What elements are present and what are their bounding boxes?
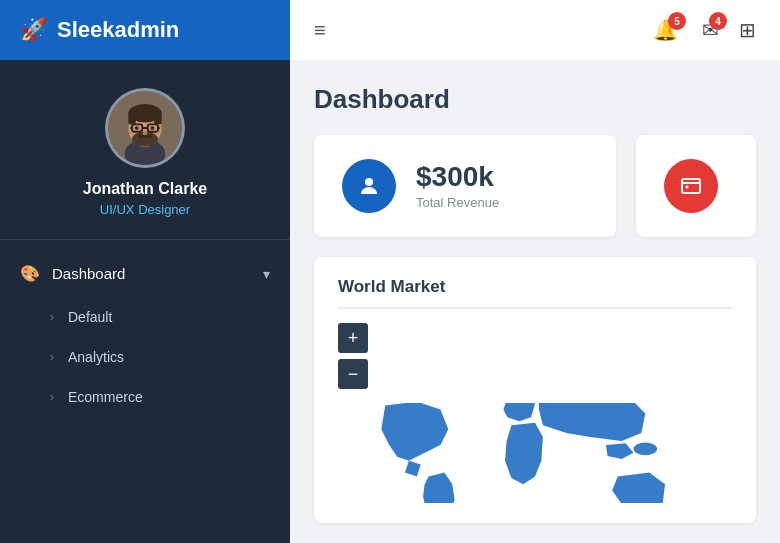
map-zoom-in-button[interactable]: + xyxy=(338,323,368,353)
sidebar-item-analytics[interactable]: › Analytics xyxy=(0,337,290,377)
map-zoom-out-button[interactable]: − xyxy=(338,359,368,389)
menu-icon[interactable]: ≡ xyxy=(314,19,326,42)
sidebar-profile: Jonathan Clarke UI/UX Designer xyxy=(0,60,290,240)
world-market-card: World Market + − xyxy=(314,257,756,523)
logo-icon: 🚀 xyxy=(20,17,47,43)
notifications-button[interactable]: 🔔 5 xyxy=(653,18,678,42)
sidebar-item-ecommerce[interactable]: › Ecommerce xyxy=(0,377,290,417)
map-area xyxy=(338,403,732,503)
chevron-right-icon: › xyxy=(50,310,54,324)
sidebar-item-default-label: Default xyxy=(68,309,112,325)
main-area: ≡ 🔔 5 ✉ 4 ⊞ Dashboard $300k xyxy=(290,0,780,543)
profile-name: Jonathan Clarke xyxy=(83,180,207,198)
svg-point-21 xyxy=(633,443,657,456)
logo-text: Sleekadmin xyxy=(57,17,179,43)
messages-button[interactable]: ✉ 4 xyxy=(702,18,719,42)
stat-card-orders xyxy=(636,135,756,237)
revenue-icon-circle xyxy=(342,159,396,213)
svg-rect-6 xyxy=(154,111,161,124)
svg-rect-5 xyxy=(128,111,135,124)
chevron-down-icon: ▾ xyxy=(263,266,270,282)
stat-info-revenue: $300k Total Revenue xyxy=(416,162,499,211)
svg-point-16 xyxy=(138,134,145,138)
sidebar-item-ecommerce-label: Ecommerce xyxy=(68,389,143,405)
sidebar-logo: 🚀 Sleekadmin xyxy=(0,0,290,60)
chevron-right-icon: › xyxy=(50,390,54,404)
svg-point-17 xyxy=(145,134,152,138)
logo-brand-regular: Sleek xyxy=(57,17,115,42)
svg-point-20 xyxy=(686,186,689,189)
world-market-title: World Market xyxy=(338,277,732,309)
sidebar-item-default[interactable]: › Default xyxy=(0,297,290,337)
revenue-label: Total Revenue xyxy=(416,195,499,210)
dashboard-icon: 🎨 xyxy=(20,264,40,283)
profile-role: UI/UX Designer xyxy=(100,202,190,217)
logo-brand-bold: admin xyxy=(115,17,180,42)
map-controls: + − xyxy=(338,323,732,389)
stat-card-revenue: $300k Total Revenue xyxy=(314,135,616,237)
nav-dashboard-label: Dashboard xyxy=(52,265,125,282)
sidebar: 🚀 Sleekadmin xyxy=(0,0,290,543)
grid-icon[interactable]: ⊞ xyxy=(739,18,756,42)
world-map-svg xyxy=(338,403,732,503)
svg-point-13 xyxy=(135,126,139,130)
notification-badge: 5 xyxy=(668,12,686,30)
chevron-right-icon: › xyxy=(50,350,54,364)
sidebar-item-analytics-label: Analytics xyxy=(68,349,124,365)
page-title: Dashboard xyxy=(314,84,756,115)
stats-row: $300k Total Revenue xyxy=(314,135,756,237)
messages-badge: 4 xyxy=(709,12,727,30)
content-area: Dashboard $300k Total Revenue xyxy=(290,60,780,543)
svg-point-14 xyxy=(151,126,155,130)
avatar xyxy=(105,88,185,168)
topbar: ≡ 🔔 5 ✉ 4 ⊞ xyxy=(290,0,780,60)
orders-icon-circle xyxy=(664,159,718,213)
revenue-value: $300k xyxy=(416,162,499,193)
sidebar-nav: 🎨 Dashboard ▾ › Default › Analytics › Ec… xyxy=(0,240,290,543)
svg-point-18 xyxy=(365,178,373,186)
svg-rect-19 xyxy=(682,179,700,193)
nav-dashboard-header[interactable]: 🎨 Dashboard ▾ xyxy=(0,250,290,297)
